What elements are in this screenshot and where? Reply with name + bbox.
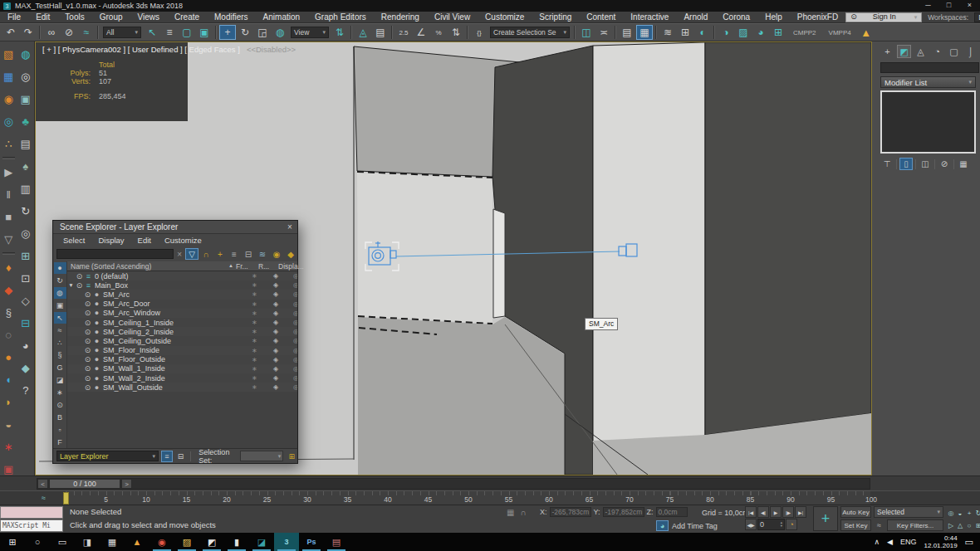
max-2018-button[interactable]: 3	[274, 533, 299, 551]
visibility-eye-icon[interactable]: ⊙	[83, 355, 92, 363]
language-indicator[interactable]: ENG	[900, 538, 917, 546]
render-setup-icon[interactable]: ◑	[718, 25, 734, 40]
select-by-name-icon[interactable]: ≡	[161, 25, 178, 40]
rendered-frame-icon[interactable]: ▨	[735, 25, 752, 40]
menu-customize[interactable]: Customize	[478, 12, 532, 23]
auto-key-button[interactable]: Auto Key	[840, 506, 871, 518]
display-baked-icon[interactable]: ▫	[54, 424, 66, 436]
select-object-icon[interactable]: ↖	[144, 25, 160, 40]
workspace-dropdown[interactable]: Default ▾	[974, 12, 980, 22]
layer-row[interactable]: ⊙●SM_Wall_2_Inside∗◈◎	[67, 373, 297, 383]
unlink-icon[interactable]: ⊘	[61, 25, 77, 40]
frozen-toggle-icon[interactable]: ∗	[252, 355, 257, 364]
modify-tab[interactable]: ◩	[897, 45, 911, 58]
next-frame-button[interactable]: |▶	[782, 506, 794, 518]
redo-icon[interactable]: ↷	[20, 25, 37, 40]
visibility-eye-icon[interactable]: ⊙	[83, 364, 92, 373]
hierarchy-mode-icon[interactable]: ⊟	[175, 451, 187, 462]
fire-water-sim-icon[interactable]: ▧	[1, 43, 17, 66]
set-key-button[interactable]: Set Key	[840, 519, 871, 531]
menu-corona[interactable]: Corona	[715, 12, 757, 23]
layer-row[interactable]: ⊙●SM_Ceiling_2_Inside∗◈◎	[67, 327, 297, 336]
display-tab[interactable]: ▢	[947, 45, 961, 58]
warning-icon[interactable]: ▲	[858, 25, 875, 40]
notes-app-button[interactable]: ◩	[199, 533, 224, 551]
menu-rendering[interactable]: Rendering	[374, 12, 427, 23]
flame-ball-icon[interactable]: ◉	[1, 88, 17, 110]
smoke-swirl-icon[interactable]: §	[1, 301, 17, 324]
table-header[interactable]: Name (Sorted Ascending) ▲ Fr... R... Dis…	[67, 261, 297, 271]
key-filters-button[interactable]: Key Filters...	[887, 519, 943, 531]
layer-row[interactable]: ⊙●SM_Wall_Outside∗◈◎	[67, 383, 297, 392]
stop-icon[interactable]: ■	[1, 206, 17, 228]
visibility-eye-icon[interactable]: ⊙	[83, 290, 92, 299]
material-editor-icon[interactable]: ◐	[694, 25, 711, 40]
ember-icon[interactable]: ●	[1, 346, 17, 368]
dialog-menu-edit[interactable]: Edit	[131, 236, 158, 245]
ref-coord-dropdown[interactable]: View▾	[291, 27, 329, 38]
maxscript-mini-listener[interactable]: MAXScript Mi	[0, 519, 63, 532]
schematic-view-icon[interactable]: ⊞	[677, 25, 693, 40]
beer-mug-icon[interactable]: ◗	[1, 391, 17, 413]
key-mode-toggle[interactable]: ◀▶	[745, 519, 757, 530]
zoom-region-icon[interactable]: ○	[965, 519, 973, 532]
bind-spacewarp-icon[interactable]: ≈	[78, 25, 95, 40]
frozen-toggle-icon[interactable]: ∗	[252, 300, 257, 309]
utilities-tab[interactable]: ⌡	[963, 45, 978, 58]
menu-phoenixfd[interactable]: PhoenixFD	[790, 12, 845, 23]
frozen-toggle-icon[interactable]: ∗	[252, 280, 257, 290]
sun-icon[interactable]: ◎	[17, 66, 33, 88]
particle-dots-icon[interactable]: ∴	[1, 133, 17, 155]
make-active-layer-icon[interactable]: ⊟	[242, 248, 255, 260]
select-rotate-icon[interactable]: ↻	[237, 25, 253, 40]
render-toggle-icon[interactable]: ◈	[273, 290, 278, 299]
select-link-icon[interactable]: ∞	[43, 25, 60, 40]
select-place-icon[interactable]: ◍	[272, 25, 288, 40]
menu-scripting[interactable]: Scripting	[532, 12, 579, 23]
frozen-toggle-icon[interactable]: ∗	[252, 364, 257, 373]
help-icon[interactable]: ?	[17, 379, 33, 402]
select-manipulate-icon[interactable]: ◬	[355, 25, 371, 40]
menu-edit[interactable]: Edit	[28, 12, 57, 23]
default-in-out-tangent-icon[interactable]: ≈	[874, 520, 884, 531]
visibility-eye-icon[interactable]: ⊙	[83, 346, 92, 354]
display-toggle-icon[interactable]: ◎	[293, 355, 297, 364]
layer-row[interactable]: ⊙●SM_Ceiling_Outside∗◈◎	[67, 336, 297, 345]
configure-modifier-sets-icon[interactable]: ▦	[957, 158, 970, 170]
play-button[interactable]: ▶	[770, 506, 782, 518]
menu-group[interactable]: Group	[92, 12, 130, 23]
frozen-toggle-icon[interactable]: ∗	[252, 318, 257, 327]
named-selection-sets-icon[interactable]: {}	[471, 25, 488, 40]
display-toggle-icon[interactable]: ◎	[293, 280, 297, 290]
menu-graph-editors[interactable]: Graph Editors	[307, 12, 374, 23]
far-right-wall-face[interactable]	[705, 42, 871, 435]
media-player-app-button[interactable]: ▦	[100, 533, 125, 551]
layer-row[interactable]: ▼⊙≡Main_Box∗◈◎	[67, 280, 297, 290]
layer-row[interactable]: ⊙●SM_Wall_1_Inside∗◈◎	[67, 364, 297, 373]
selection-lock-icon[interactable]: ∩	[520, 508, 526, 517]
window-crossing-icon[interactable]: ▣	[196, 25, 213, 40]
visibility-eye-icon[interactable]: ⊙	[83, 300, 92, 308]
inner-wall-face[interactable]	[357, 173, 492, 324]
render-toggle-icon[interactable]: ◈	[273, 271, 278, 280]
filter-funnel-icon[interactable]: ▽	[185, 248, 198, 260]
make-unique-icon[interactable]: ◫	[919, 158, 932, 170]
display-toggle-icon[interactable]: ◎	[293, 327, 297, 336]
grid-target-icon[interactable]: ⊞	[17, 245, 33, 267]
render-column-header[interactable]: R...	[258, 262, 269, 271]
motion-tab[interactable]: ◔	[930, 45, 944, 58]
go-start-button[interactable]: |◀	[745, 506, 757, 518]
frozen-toggle-icon[interactable]: ∗	[252, 383, 257, 392]
leaf-book-icon[interactable]: ▥	[17, 178, 33, 200]
time-tag-icon[interactable]: ◕	[656, 520, 669, 531]
pan-hand-icon[interactable]: +	[965, 507, 973, 519]
display-f-icon[interactable]: F	[54, 436, 66, 448]
dialog-close-icon[interactable]: ×	[282, 222, 297, 232]
camera-add-icon[interactable]: ▣	[17, 88, 33, 110]
menu-views[interactable]: Views	[130, 12, 168, 23]
select-scale-icon[interactable]: ◲	[254, 25, 271, 40]
select-move-icon[interactable]: +	[219, 25, 236, 40]
display-bones-icon[interactable]: §	[54, 349, 66, 361]
menu-content[interactable]: Content	[579, 12, 623, 23]
menu-help[interactable]: Help	[757, 12, 790, 23]
